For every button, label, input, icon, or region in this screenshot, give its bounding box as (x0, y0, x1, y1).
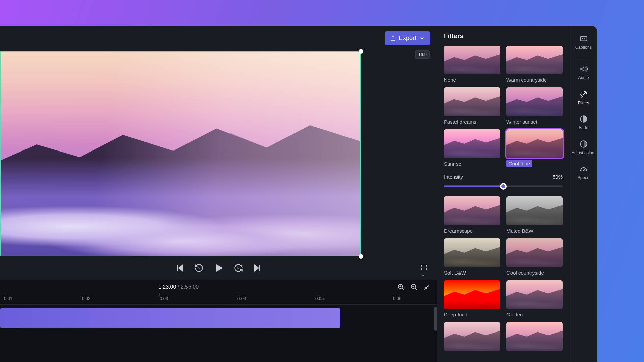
captions-icon (579, 34, 588, 43)
ruler-tick: 0:06 (393, 296, 401, 301)
filter-dreamscape[interactable]: Dreamscape (444, 196, 500, 234)
tool-filters[interactable]: Filters (570, 86, 597, 110)
preview-canvas[interactable] (0, 51, 361, 256)
filter-label: Winter sunset (506, 119, 563, 125)
tool-label: Adjust colors (572, 150, 596, 155)
tool-adjust-colors[interactable]: Adjust colors (570, 136, 597, 160)
filter-thumbnail (506, 322, 563, 351)
filter-thumbnail (506, 87, 563, 116)
filter-thumbnail (506, 129, 563, 158)
play-button[interactable] (213, 262, 224, 274)
filter-thumbnail (444, 46, 500, 74)
filter-soft-b-w[interactable]: Soft B&W (444, 238, 500, 276)
duration: 2:56.00 (181, 284, 199, 290)
export-button[interactable]: Export (385, 31, 430, 45)
tool-fade[interactable]: Fade (570, 111, 597, 135)
right-toolbar: CaptionsAudioFiltersFadeAdjust colorsSpe… (570, 26, 597, 362)
filter-none[interactable]: None (444, 46, 500, 83)
video-editor-app: Export 16:9 5 (0, 26, 597, 362)
filter-thumbnail (444, 322, 500, 351)
filter-label: Muted B&W (506, 228, 563, 234)
filter-unnamed[interactable] (506, 322, 563, 354)
intensity-control: Intensity50% (444, 174, 563, 190)
filter-sunrise[interactable]: Sunrise (444, 129, 500, 167)
filter-golden[interactable]: Golden (506, 280, 563, 317)
slider-thumb[interactable] (500, 183, 507, 190)
timeline-tracks[interactable] (0, 305, 437, 362)
filter-unnamed[interactable] (444, 322, 500, 354)
filters-grid: NoneWarm countrysidePastel dreamsWinter … (444, 46, 563, 354)
intensity-label: Intensity (444, 174, 463, 180)
zoom-out-button[interactable] (410, 283, 418, 291)
filter-warm-countryside[interactable]: Warm countryside (506, 46, 563, 83)
play-icon (213, 262, 224, 274)
filter-thumbnail (444, 196, 500, 225)
timeline-header: 1:23.00 / 2:56.00 (0, 280, 437, 293)
filter-label: Soft B&W (444, 270, 500, 276)
upload-icon (390, 35, 396, 41)
video-clip[interactable] (0, 308, 340, 328)
tool-audio[interactable]: Audio (570, 61, 597, 85)
forward-5s-button[interactable]: 5 (234, 263, 243, 273)
resize-handle-top-right[interactable] (359, 49, 363, 54)
intensity-slider[interactable] (444, 183, 563, 190)
current-time: 1:23.00 (158, 284, 176, 290)
timeline-scrollbar[interactable] (434, 305, 437, 362)
filter-label: Sunrise (444, 161, 500, 167)
intensity-value: 50% (553, 174, 563, 180)
filter-cool-tone[interactable]: Cool tone (506, 129, 563, 167)
rewind-5s-button[interactable]: 5 (194, 263, 204, 273)
filter-thumbnail (444, 280, 500, 309)
timecode: 1:23.00 / 2:56.00 (158, 284, 199, 290)
scrollbar-thumb[interactable] (434, 307, 437, 331)
filter-thumbnail (506, 196, 563, 225)
filter-thumbnail (444, 238, 500, 267)
filter-winter-sunset[interactable]: Winter sunset (506, 87, 563, 125)
zoom-in-button[interactable] (397, 283, 405, 291)
filter-label: Deep fried (444, 312, 500, 317)
filters-panel-title: Filters (444, 32, 563, 40)
tool-label: Fade (579, 125, 588, 130)
svg-rect-2 (580, 37, 587, 41)
filter-thumbnail (444, 129, 500, 158)
chevron-down-icon (419, 35, 425, 41)
filter-thumbnail (506, 238, 563, 267)
tool-label: Captions (575, 45, 592, 50)
rewind-amount: 5 (198, 266, 200, 270)
tool-speed[interactable]: Speed (570, 161, 597, 185)
fit-timeline-button[interactable] (423, 283, 430, 291)
next-frame-button[interactable] (253, 263, 262, 273)
filter-muted-b-w[interactable]: Muted B&W (506, 196, 563, 234)
ruler-tick: 0:04 (237, 296, 246, 301)
fade-icon (579, 115, 588, 123)
filter-label: Dreamscape (444, 228, 500, 234)
skip-back-icon (175, 263, 185, 273)
resize-handle-bottom-right[interactable] (359, 254, 363, 259)
toolbar-divider (575, 57, 592, 57)
collapse-timeline-button[interactable] (420, 273, 426, 279)
filter-thumbnail (506, 46, 563, 74)
aspect-ratio-badge[interactable]: 16:9 (415, 50, 430, 59)
filter-pastel-dreams[interactable]: Pastel dreams (444, 87, 500, 125)
chevron-down-icon (420, 273, 426, 278)
skip-forward-icon (253, 263, 262, 273)
filter-cool-countryside[interactable]: Cool countryside (506, 238, 563, 276)
audio-icon (579, 65, 588, 73)
filter-label: Warm countryside (506, 77, 563, 83)
fullscreen-button[interactable] (420, 264, 428, 273)
timeline-ruler[interactable]: 0:010:020:030:040:050:06 (0, 293, 437, 305)
playback-controls: 5 5 (0, 256, 437, 280)
filter-deep-fried[interactable]: Deep fried (444, 280, 500, 317)
filter-label: Cool countryside (506, 270, 563, 276)
adjust-colors-icon (579, 140, 588, 148)
collapse-arrows-icon (423, 283, 430, 291)
tool-label: Filters (578, 101, 589, 105)
ruler-tick: 0:05 (315, 296, 324, 301)
filter-label: Cool tone (506, 160, 532, 167)
filter-label: Pastel dreams (444, 119, 500, 125)
prev-frame-button[interactable] (175, 263, 185, 273)
forward-amount: 5 (237, 266, 239, 270)
ruler-tick: 0:03 (160, 296, 168, 301)
filter-thumbnail (444, 87, 500, 116)
tool-captions[interactable]: Captions (570, 31, 597, 54)
